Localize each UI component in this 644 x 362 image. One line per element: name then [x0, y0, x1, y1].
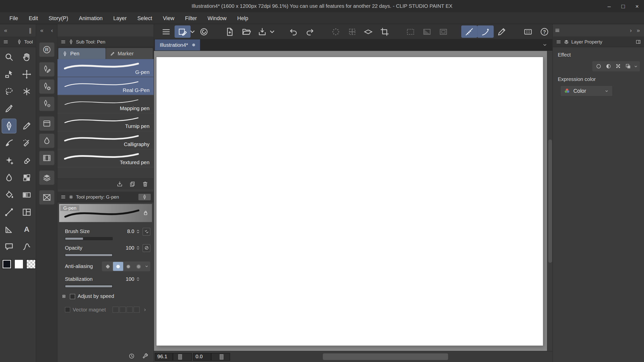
transparent-color-swatch[interactable] [26, 259, 36, 269]
menu-layer[interactable]: Layer [108, 12, 132, 24]
minimize-button[interactable]: – [602, 0, 616, 12]
clip-studio-button[interactable] [196, 25, 212, 38]
strip-pen-gear-button[interactable] [39, 79, 54, 94]
horizontal-scrollbar-thumb[interactable] [323, 353, 448, 360]
tab-list-chevron-icon[interactable] [541, 41, 548, 49]
effect-border-button[interactable] [593, 62, 603, 71]
tool-lasso[interactable] [0, 83, 18, 100]
correct-line-button[interactable] [494, 25, 510, 38]
tool-gradient[interactable] [18, 186, 36, 204]
maximize-button[interactable]: □ [616, 0, 630, 12]
tool-auto-select[interactable] [18, 83, 36, 100]
snap-brush-button[interactable] [477, 25, 494, 38]
menu-filter[interactable]: Filter [180, 12, 202, 24]
menu-story-p-[interactable]: Story(P) [43, 12, 73, 24]
stabilization-stepper[interactable] [135, 276, 141, 282]
document-tab[interactable]: Illustration4* [155, 39, 200, 51]
tool-hand[interactable] [18, 49, 36, 66]
tool-pen[interactable] [2, 119, 16, 133]
zoom-slider[interactable] [173, 353, 192, 360]
anti-aliasing-option-0[interactable] [103, 262, 113, 271]
strip-card-button[interactable] [39, 116, 54, 131]
select-frame-button[interactable] [435, 25, 452, 38]
close-button[interactable]: × [630, 0, 644, 12]
tool-text[interactable]: A [18, 221, 36, 238]
brush-calligraphy[interactable]: Calligraphy [58, 131, 154, 149]
tablet-button[interactable] [520, 25, 536, 38]
strip-pen-dial-button[interactable] [39, 97, 54, 111]
tool-property-menu-icon[interactable] [60, 194, 66, 200]
collapse-right-dock-icon[interactable]: » [634, 27, 642, 34]
tool-airbrush[interactable] [18, 135, 36, 152]
subtool-detail-button[interactable] [138, 194, 151, 200]
menu-button[interactable] [158, 25, 175, 38]
vector-magnet-checkbox[interactable] [65, 307, 70, 312]
vertical-scrollbar[interactable] [547, 51, 552, 351]
chevron-down-button[interactable] [269, 25, 275, 38]
expand-right-icon[interactable]: › [627, 27, 634, 34]
tool-frame[interactable] [18, 204, 36, 221]
effect-tone-button[interactable] [613, 62, 623, 71]
tool-zoom[interactable] [0, 49, 18, 66]
tool-ruler[interactable] [0, 221, 18, 238]
rotation-value[interactable]: 0.0 [193, 353, 211, 360]
vector-magnet-expand-icon[interactable] [142, 307, 148, 312]
menu-help[interactable]: Help [232, 12, 254, 24]
menu-file[interactable]: File [4, 12, 23, 24]
flat-diamond-button[interactable] [360, 25, 377, 38]
move-grid-button[interactable] [344, 25, 360, 38]
tool-balloon[interactable] [0, 238, 18, 255]
tool-figure[interactable] [0, 204, 18, 221]
opacity-stepper[interactable] [135, 245, 141, 251]
effect-dropdown-icon[interactable] [633, 63, 639, 69]
tool-fill[interactable] [0, 186, 18, 204]
tool-pencil[interactable] [18, 117, 36, 135]
canvas[interactable] [156, 57, 543, 346]
tool-eraser[interactable] [18, 152, 36, 169]
rotation-slider[interactable] [211, 353, 230, 360]
menu-view[interactable]: View [157, 12, 180, 24]
effect-emboss-button[interactable] [603, 62, 613, 71]
lock-icon[interactable] [142, 209, 149, 216]
brush-g-pen[interactable]: G-pen [58, 59, 154, 77]
zoom-value[interactable]: 96.1 [155, 353, 173, 360]
brush-textured-pen[interactable]: Textured pen [58, 149, 154, 167]
strip-layers-button[interactable] [39, 170, 54, 185]
sub-color-swatch[interactable] [14, 259, 24, 269]
strip-circled-r-button[interactable]: R [39, 42, 54, 57]
duplicate-button[interactable] [129, 180, 136, 188]
strip-pen-edit-button[interactable] [39, 62, 54, 77]
strip-drop-button[interactable] [39, 133, 54, 148]
vector-magnet-slot[interactable] [119, 307, 125, 313]
opacity-slider[interactable] [65, 254, 112, 256]
menu-animation[interactable]: Animation [73, 12, 108, 24]
tool-eyedropper[interactable] [0, 100, 18, 117]
spinner-button[interactable] [328, 25, 344, 38]
adjust-by-speed-checkbox[interactable] [70, 294, 75, 299]
chevron-down-button[interactable] [189, 25, 196, 38]
main-color-swatch[interactable] [2, 259, 11, 269]
new-file-button[interactable] [222, 25, 238, 38]
zoom-slider-thumb[interactable] [178, 354, 182, 359]
collapse-strip-icon[interactable]: « [38, 27, 46, 34]
crop-button[interactable] [377, 25, 393, 38]
right-dock-menu-icon[interactable] [554, 27, 560, 33]
menu-edit[interactable]: Edit [23, 12, 43, 24]
brush-real-g-pen[interactable]: Real G-Pen [58, 77, 154, 95]
tool-operation[interactable] [0, 66, 18, 83]
tool-move-layer[interactable] [18, 66, 36, 83]
tab-marker[interactable]: Marker [106, 48, 153, 59]
trash-button[interactable] [142, 180, 149, 188]
clock-button[interactable] [128, 352, 135, 359]
snap-ruler-button[interactable] [461, 25, 477, 38]
brush-size-dynamics-button[interactable] [143, 228, 150, 235]
brush-mapping-pen[interactable]: Mapping pen [58, 95, 154, 113]
panel-layout-icon[interactable] [635, 39, 641, 44]
anti-aliasing-dropdown-icon[interactable] [144, 263, 149, 269]
tool-liquify[interactable] [18, 238, 36, 255]
rotation-slider-thumb[interactable] [220, 354, 223, 359]
redo-button[interactable] [302, 25, 318, 38]
adjust-by-speed-expand-icon[interactable] [62, 293, 67, 299]
open-file-button[interactable] [238, 25, 254, 38]
tool-brush[interactable] [0, 135, 18, 152]
